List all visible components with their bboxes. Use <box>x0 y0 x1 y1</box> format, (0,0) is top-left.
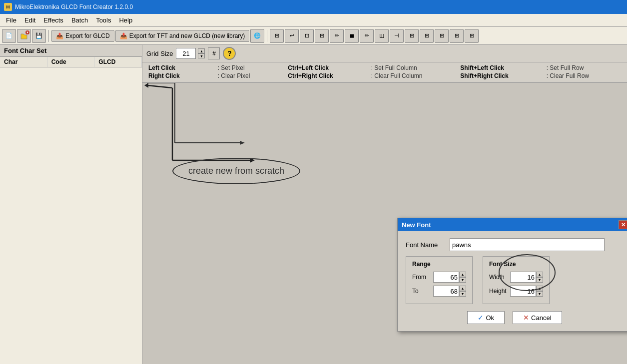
canvas-area: create new from scratch R A ᗒ C Ᵽ <box>142 83 627 364</box>
menu-bar: File Edit Effects Batch Tools Help <box>0 14 627 27</box>
help-btn[interactable]: ? <box>223 47 236 60</box>
click-instructions: Left Click : Set Pixel Ctrl+Left Click :… <box>142 62 627 83</box>
dialog-title-bar: New Font ✕ <box>398 218 627 231</box>
toolbar-btn-j[interactable]: ⊞ <box>405 29 419 43</box>
export-glcd-btn[interactable]: 📤 Export for GLCD <box>51 30 114 42</box>
width-input[interactable] <box>510 272 536 283</box>
toolbar-globe-btn[interactable]: 🌐 <box>250 29 264 43</box>
toolbar-btn-g[interactable]: ✏ <box>360 29 374 43</box>
menu-batch[interactable]: Batch <box>67 15 92 25</box>
range-group-title: Range <box>412 261 466 268</box>
to-spinner: ▲ ▼ <box>459 286 466 297</box>
height-input-container: ▲ ▼ <box>510 286 543 297</box>
ok-label: Ok <box>486 314 494 322</box>
toolbar-btn-m[interactable]: ⊞ <box>450 29 464 43</box>
toolbar-new-btn[interactable]: 📄 <box>2 29 16 43</box>
left-panel-headers: Char Code GLCD <box>0 57 142 67</box>
export-tft-btn[interactable]: 📤 Export for TFT and new GLCD (new libra… <box>115 30 250 42</box>
height-label: Height <box>489 288 507 295</box>
create-new-bubble: create new from scratch <box>172 158 300 184</box>
height-spin-down[interactable]: ▼ <box>536 291 543 297</box>
from-spin-up[interactable]: ▲ <box>459 272 466 277</box>
grid-size-input[interactable] <box>176 48 196 59</box>
toolbar-save-btn[interactable]: 💾 <box>32 29 46 43</box>
content-area: Grid Size ▲ ▼ # ? Left Click : Set Pixel… <box>142 45 627 364</box>
toolbar-btn-h[interactable]: Ш <box>375 29 389 43</box>
toolbar-btn-f[interactable]: ◼ <box>345 29 359 43</box>
grid-size-up[interactable]: ▲ <box>198 48 205 53</box>
menu-tools[interactable]: Tools <box>92 15 115 25</box>
app-icon: M <box>4 3 12 11</box>
height-spin-up[interactable]: ▲ <box>536 286 543 291</box>
to-input[interactable] <box>433 286 459 297</box>
title-bar: M MikroElektronika GLCD Font Creator 1.2… <box>0 0 627 14</box>
ctrl-left-val: : Set Full Column <box>371 64 455 71</box>
toolbar-btn-a[interactable]: ⊞ <box>270 29 284 43</box>
menu-help[interactable]: Help <box>115 15 136 25</box>
right-click-key: Right Click <box>148 72 212 79</box>
font-size-group: Font Size Width ▲ ▼ <box>483 256 550 304</box>
export-tft-icon: 📤 <box>120 32 127 39</box>
font-name-label: Font Name <box>406 241 446 249</box>
ctrl-left-key: Ctrl+Left Click <box>288 64 365 71</box>
menu-edit[interactable]: Edit <box>20 15 39 25</box>
font-name-input[interactable] <box>450 238 605 251</box>
toolbar-btn-e[interactable]: ✏ <box>330 29 344 43</box>
toolbar-btn-b[interactable]: ↩ <box>285 29 299 43</box>
from-input-container: ▲ ▼ <box>433 272 466 283</box>
toolbar-btn-c[interactable]: ⊡ <box>300 29 314 43</box>
cancel-label: Cancel <box>531 314 551 322</box>
toolbar-btn-d[interactable]: ⊞ <box>315 29 329 43</box>
toolbar-btn-k[interactable]: ⊞ <box>420 29 434 43</box>
width-spinner: ▲ ▼ <box>536 272 543 283</box>
dialog-groups: Range From ▲ ▼ <box>406 256 624 304</box>
height-row: Height ▲ ▼ <box>489 286 543 297</box>
to-input-container: ▲ ▼ <box>433 286 466 297</box>
col-glcd: GLCD <box>94 57 142 67</box>
height-input[interactable] <box>510 286 536 297</box>
dialog-cancel-btn[interactable]: ✕ Cancel <box>513 311 562 324</box>
col-char: Char <box>0 57 47 67</box>
svg-marker-2 <box>240 141 245 145</box>
toolbar-btn-n[interactable]: ⊞ <box>465 29 479 43</box>
toolbar-btn-i[interactable]: ⊣ <box>390 29 404 43</box>
width-spin-up[interactable]: ▲ <box>536 272 543 277</box>
grid-size-down[interactable]: ▼ <box>198 53 205 58</box>
dialog-close-btn[interactable]: ✕ <box>619 220 627 229</box>
grid-controls-bar: Grid Size ▲ ▼ # ? <box>142 45 627 62</box>
menu-effects[interactable]: Effects <box>39 15 67 25</box>
width-row: Width ▲ ▼ <box>489 272 543 283</box>
main-layout: Font Char Set Char Code GLCD Grid Size ▲… <box>0 45 627 364</box>
grid-hash-btn[interactable]: # <box>208 47 220 59</box>
height-spinner: ▲ ▼ <box>536 286 543 297</box>
ok-check-icon: ✓ <box>478 314 484 322</box>
export-glcd-icon: 📤 <box>56 32 63 39</box>
left-panel-title: Font Char Set <box>0 45 142 57</box>
to-row: To ▲ ▼ <box>412 286 466 297</box>
dialog-ok-btn[interactable]: ✓ Ok <box>467 311 505 324</box>
toolbar: 📄 ▼ 💾 📤 Export for GLCD 📤 Export for TFT… <box>0 27 627 45</box>
menu-file[interactable]: File <box>2 15 20 25</box>
from-input[interactable] <box>433 272 459 283</box>
left-click-val: : Set Pixel <box>218 64 282 71</box>
shift-left-key: Shift+Left Click <box>460 64 540 71</box>
font-name-row: Font Name <box>406 238 624 251</box>
col-code: Code <box>47 57 95 67</box>
cancel-x-icon: ✕ <box>523 314 529 322</box>
toolbar-sep1 <box>48 30 49 42</box>
svg-marker-5 <box>144 83 148 88</box>
width-spin-down[interactable]: ▼ <box>536 277 543 283</box>
dialog-body: Font Name Range From <box>398 231 627 331</box>
from-spin-down[interactable]: ▼ <box>459 277 466 283</box>
from-spinner: ▲ ▼ <box>459 272 466 283</box>
toolbar-open-btn[interactable]: ▼ <box>17 29 31 43</box>
range-group: Range From ▲ ▼ <box>406 256 473 304</box>
width-input-container: ▲ ▼ <box>510 272 543 283</box>
grid-size-label: Grid Size <box>146 50 173 57</box>
svg-line-4 <box>147 85 172 88</box>
dialog-buttons: ✓ Ok ✕ Cancel <box>406 311 624 324</box>
to-spin-up[interactable]: ▲ <box>459 286 466 291</box>
shift-right-val: : Clear Full Row <box>547 72 621 79</box>
to-spin-down[interactable]: ▼ <box>459 291 466 297</box>
toolbar-btn-l[interactable]: ⊞ <box>435 29 449 43</box>
